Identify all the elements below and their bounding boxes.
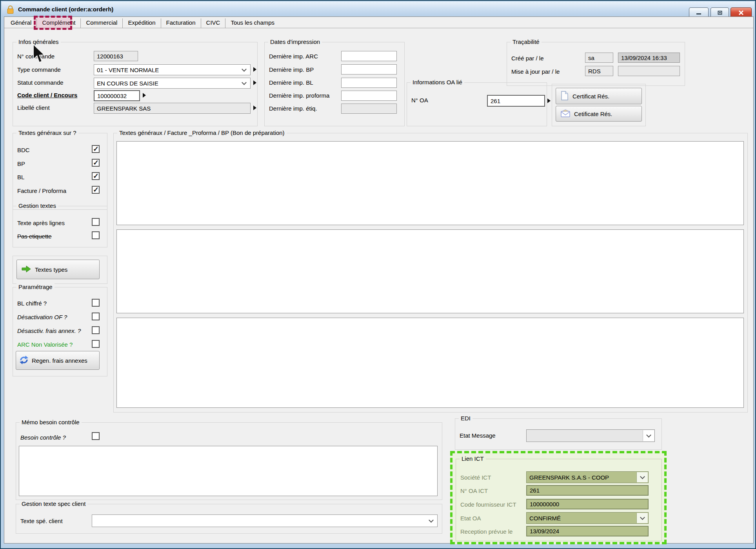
texte-apres-lignes-checkbox[interactable] (92, 218, 100, 226)
texte-spe-client-label: Texte spé. client (20, 518, 63, 524)
cetificate-res-button[interactable]: Cetificate Rés. (556, 106, 642, 122)
tab-facturation[interactable]: Facturation (161, 18, 201, 28)
bl-checkbox[interactable] (92, 172, 100, 180)
gestion-textes-group (13, 206, 107, 247)
etat-oa-select[interactable]: CONFIRMÉ (526, 512, 649, 524)
code-fournisseur-ict-field[interactable]: 100000000 (526, 499, 649, 509)
statut-commande-select[interactable]: EN COURS DE SAISIE (94, 78, 251, 89)
maj-par-label: Mise à jour par / le (511, 68, 560, 75)
facture-proforma-label: Facture / Proforma (17, 187, 66, 194)
num-oa-field[interactable]: 261 (487, 95, 545, 107)
statut-commande-lookup-arrow[interactable] (253, 80, 256, 85)
code-client-lookup-arrow[interactable] (143, 93, 146, 98)
imp-proforma-field[interactable] (341, 91, 397, 101)
bp-label: BP (17, 160, 25, 167)
imp-arc-field[interactable] (341, 51, 397, 61)
type-commande-select[interactable]: 01 - VENTE NORMALE (94, 64, 251, 75)
cetificate-res-label: Cetificate Rés. (574, 111, 612, 117)
mouse-cursor (32, 44, 47, 67)
bl-chiffre-checkbox[interactable] (92, 299, 100, 307)
imp-bl-field[interactable] (341, 78, 397, 88)
pas-etiquette-label: Pas etiquette (17, 233, 52, 240)
code-client-label[interactable]: Code client / Encours (17, 92, 77, 98)
besoin-controle-checkbox[interactable] (92, 432, 100, 440)
pas-etiquette-checkbox[interactable] (92, 231, 100, 239)
tab-civc[interactable]: CIVC (201, 18, 226, 28)
texte-spe-client-select[interactable] (92, 514, 438, 527)
etat-message-select[interactable] (526, 429, 655, 442)
complement-tab-highlight-annotation (34, 16, 72, 30)
type-commande-lookup-arrow[interactable] (253, 67, 256, 72)
informations-oa-title: Informations OA lié (411, 79, 464, 85)
textes-types-label: Textes types (35, 266, 67, 273)
bdc-checkbox[interactable] (92, 145, 100, 153)
bl-chiffre-label: BL chiffré ? (17, 300, 47, 307)
certificat-res-label: Certificat Rés. (572, 93, 609, 100)
reception-prevue-field[interactable]: 13/09/2024 (526, 526, 649, 536)
tab-general[interactable]: Général (5, 18, 37, 28)
memo-textarea[interactable] (19, 446, 438, 496)
tab-commercial[interactable]: Commercial (81, 18, 123, 28)
chevron-down-icon[interactable] (643, 430, 654, 441)
chevron-down-icon[interactable] (636, 472, 648, 482)
facture-proforma-checkbox[interactable] (92, 186, 100, 194)
statut-commande-label: Statut commande (17, 79, 64, 86)
lien-ict-title: Lien ICT (460, 455, 486, 462)
statut-commande-value: EN COURS DE SAISIE (97, 80, 158, 87)
imp-etiq-field[interactable] (341, 104, 397, 114)
cree-par-label: Créé par / le (511, 55, 544, 62)
window-title: Commande client (order:a:orderh) (18, 6, 113, 13)
etat-message-label: Etat Message (460, 432, 496, 439)
imp-arc-label: Dernière imp. ARC (269, 53, 318, 60)
num-oa-ict-field[interactable]: 261 (526, 485, 649, 496)
refresh-icon (19, 355, 29, 366)
libelle-client-lookup-arrow[interactable] (253, 105, 256, 110)
cree-par-user-field: sa (585, 53, 613, 63)
gestion-textes-title: Gestion textes (16, 202, 58, 209)
memo-title: Mémo besoin contrôle (20, 419, 82, 425)
title-bar: Commande client (order:a:orderh) (2, 2, 754, 16)
num-commande-field[interactable]: 12000163 (94, 51, 138, 61)
window-frame: Commande client (order:a:orderh) Général… (0, 0, 756, 549)
etat-oa-label: Etat OA (460, 515, 481, 522)
textes-generaux-textarea-3[interactable] (116, 318, 744, 408)
desactiv-frais-annex-checkbox[interactable] (92, 326, 100, 334)
regen-frais-annexes-button[interactable]: Regen. frais annexes (16, 351, 100, 370)
chevron-down-icon[interactable] (425, 515, 437, 526)
desactivation-of-label: Désactivation OF ? (17, 314, 67, 320)
textes-types-button[interactable]: Textes types (16, 260, 100, 279)
tracabilite-group (507, 42, 685, 86)
chevron-down-icon[interactable] (636, 513, 648, 523)
texte-apres-lignes-label: Texte après lignes (17, 220, 65, 226)
bp-checkbox[interactable] (92, 159, 100, 167)
desactivation-of-checkbox[interactable] (92, 313, 100, 320)
green-arrow-icon (22, 265, 31, 274)
maj-par-user-field: RDS (585, 66, 613, 76)
libelle-client-label: Libellé client (17, 104, 50, 111)
chevron-down-icon[interactable] (238, 65, 250, 75)
maj-par-date-field (618, 66, 680, 76)
parametrage-title: Paramétrage (16, 284, 55, 290)
num-oa-label: N° OA (411, 97, 428, 104)
arc-non-valorisee-checkbox[interactable] (92, 340, 100, 348)
libelle-client-field[interactable]: GREENSPARK SAS (94, 103, 251, 114)
regen-frais-annexes-label: Regen. frais annexes (32, 357, 87, 364)
chevron-down-icon[interactable] (238, 78, 250, 88)
envelope-icon (561, 109, 570, 118)
document-icon (561, 91, 569, 102)
tab-expedition[interactable]: Expédition (123, 18, 161, 28)
num-oa-lookup-arrow[interactable] (547, 98, 551, 103)
num-oa-ict-label: N° OA ICT (460, 487, 488, 494)
societe-ict-select[interactable]: GREENSPARK S.A.S - COOP (526, 471, 649, 483)
tab-separator-line (4, 28, 753, 28)
imp-bp-field[interactable] (341, 64, 397, 75)
certificat-res-button[interactable]: Certificat Rés. (556, 88, 642, 104)
textes-generaux-textarea-2[interactable] (116, 229, 744, 313)
code-client-field[interactable]: 100000032 (94, 90, 140, 101)
textes-generaux-textarea-1[interactable] (116, 141, 744, 225)
cree-par-date-field: 13/09/2024 16:33 (618, 53, 680, 63)
imp-bl-label: Dernière imp. BL (269, 79, 313, 86)
textes-generaux-title: Textes généraux / Facture _Proforma / BP… (117, 129, 287, 136)
arc-non-valorisee-label: ARC Non Valorisée ? (17, 341, 73, 348)
tab-tous-les-champs[interactable]: Tous les champs (225, 18, 280, 28)
